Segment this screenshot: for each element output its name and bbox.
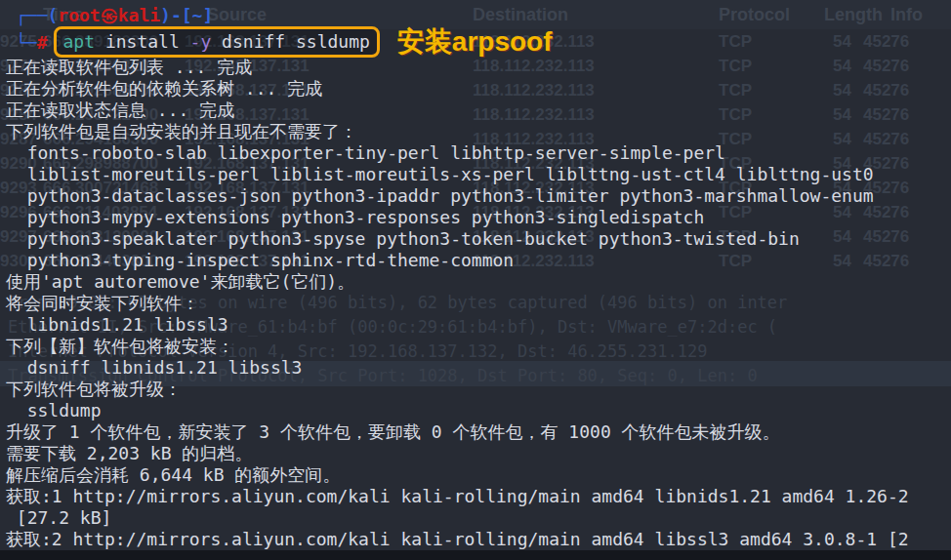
terminal-output-line: python3-mypy-extensions python3-response… <box>6 207 951 228</box>
terminal-output-line: 下列软件包将被升级： <box>6 379 951 400</box>
terminal-output-line: libnids1.21 libssl3 <box>6 314 951 336</box>
prompt-user-host: root㉿kali <box>58 5 160 25</box>
terminal-output-line: 使用'apt autoremove'来卸载它(它们)。 <box>6 271 951 293</box>
screen: Time Source Destination Protocol Length … <box>0 0 951 560</box>
command-name: apt <box>63 31 96 52</box>
prompt-line-2: └─#apt install -y dsniff ssldump安装arpsoo… <box>6 27 951 57</box>
terminal-output-line: 正在读取状态信息 ... 完成 <box>6 100 951 121</box>
terminal-output-line: 正在分析软件包的依赖关系树 ... 完成 <box>6 78 951 100</box>
terminal-output-line: 下列软件包是自动安装的并且现在不需要了： <box>6 121 951 142</box>
command-args: dsniff ssldump <box>211 31 370 52</box>
terminal-output-line: 升级了 1 个软件包，新安装了 3 个软件包，要卸载 0 个软件包，有 1000… <box>6 421 951 443</box>
annotation-label: 安装arpsoof <box>397 23 553 60</box>
terminal-output-line: 获取:1 http://mirrors.aliyun.com/kali kali… <box>6 486 951 507</box>
terminal-output-line: 将会同时安装下列软件： <box>6 293 951 314</box>
terminal-output-line: 解压缩后会消耗 6,644 kB 的额外空间。 <box>6 464 951 486</box>
terminal-window[interactable]: ┌──(root㉿kali)-[~] └─#apt install -y dsn… <box>0 0 951 560</box>
prompt-close: )-[~] <box>160 5 213 25</box>
terminal-output: 正在读取软件包列表 ... 完成正在分析软件包的依赖关系树 ... 完成正在读取… <box>6 57 951 550</box>
command-highlight-box: apt install -y dsniff ssldump <box>54 26 380 58</box>
terminal-output-line: python3-speaklater python3-spyse python3… <box>6 228 951 250</box>
prompt-hash: # <box>37 32 48 53</box>
terminal-output-line: 获取:2 http://mirrors.aliyun.com/kali kali… <box>6 529 951 550</box>
terminal-output-line: python3-typing-inspect sphinx-rtd-theme-… <box>6 250 951 271</box>
terminal-output-line: 需要下载 2,203 kB 的归档。 <box>6 443 951 464</box>
terminal-output-line: python3-dataclasses-json python3-ipaddr … <box>6 185 951 207</box>
terminal-output-line: [27.2 kB] <box>6 507 951 529</box>
prompt-open: ┌──( <box>16 5 58 25</box>
command-subcommand: install <box>95 31 190 52</box>
terminal-output-line: liblist-moreutils-perl liblist-moreutils… <box>6 164 951 185</box>
prompt-branch: └─ <box>16 32 37 53</box>
terminal-output-line: 下列【新】软件包将被安装： <box>6 336 951 357</box>
terminal-output-line: dsniff libnids1.21 libssl3 <box>6 357 951 379</box>
terminal-output-line: fonts-roboto-slab libexporter-tiny-perl … <box>6 142 951 164</box>
command-flag: -y <box>190 31 212 52</box>
terminal-output-line: ssldump <box>6 400 951 421</box>
